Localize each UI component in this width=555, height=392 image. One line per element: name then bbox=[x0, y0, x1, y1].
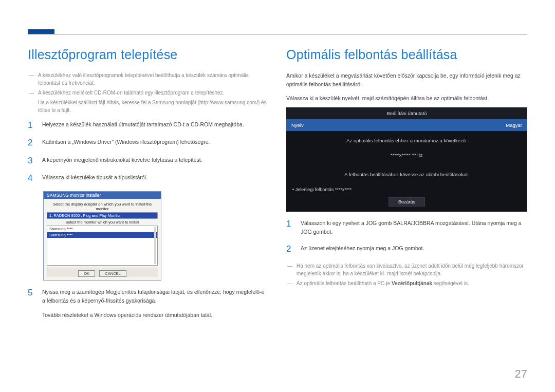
note-text: A készülékhez mellékelt CD-ROM-on találh… bbox=[38, 89, 269, 97]
note-dash: ― bbox=[28, 71, 35, 87]
step-row: 3 A képernyőn megjelenő instrukciókat kö… bbox=[28, 156, 269, 166]
installer-monitor-list[interactable]: Samsung **** Samsung **** bbox=[47, 226, 158, 266]
installer-adapter-select[interactable]: 1. RADEON 9550 : Plug and Play Monitor bbox=[47, 212, 158, 219]
step-number: 2 bbox=[286, 244, 293, 254]
step-number: 1 bbox=[286, 219, 293, 229]
note-line: ― A készülékhez mellékelt CD-ROM-on talá… bbox=[28, 89, 269, 97]
osd-current-resolution: • Jelenlegi felbontás ****x**** bbox=[286, 184, 527, 197]
left-heading: Illesztőprogram telepítése bbox=[28, 47, 269, 62]
osd-language-row[interactable]: Nyelv Magyar bbox=[286, 119, 527, 131]
step-row: 2 Az üzenet elrejtéséhez nyomja meg a JO… bbox=[286, 244, 527, 254]
installer-body: Select the display adapter on which you … bbox=[44, 199, 161, 280]
step-number: 1 bbox=[28, 120, 35, 130]
note-line: ― Ha a készülékkel szállított fájl hibás… bbox=[28, 99, 269, 114]
step-text: Válassza ki készüléke típusát a típuslis… bbox=[42, 173, 269, 182]
osd-language-value: Magyar bbox=[506, 122, 522, 128]
step-number: 4 bbox=[28, 173, 35, 183]
note-line: ― Ha nem az optimális felbontás van kivá… bbox=[286, 262, 527, 277]
note-line: ― A készülékhez való illesztőprogramok t… bbox=[28, 71, 269, 87]
step-row: 1 Helyezze a készülék használati útmutat… bbox=[28, 120, 269, 130]
right-heading: Optimális felbontás beállítása bbox=[286, 47, 527, 62]
installer-list-row[interactable]: Samsung **** bbox=[47, 226, 157, 232]
step-row: 1 Válasszon ki egy nyelvet a JOG gomb BA… bbox=[286, 219, 527, 237]
right-intro-1: Amikor a készüléket a megvásárlást követ… bbox=[286, 71, 527, 89]
ok-button[interactable]: OK bbox=[78, 270, 95, 277]
left-column: Illesztőprogram telepítése ― A készülékh… bbox=[28, 47, 269, 361]
osd-close-row: Bezárás bbox=[286, 197, 527, 212]
note-dash: ― bbox=[28, 99, 35, 114]
left-steps: 1 Helyezze a készülék használati útmutat… bbox=[28, 120, 269, 184]
page-number: 27 bbox=[515, 367, 527, 381]
osd-resolution-placeholder: ****x**** **Hz bbox=[292, 151, 521, 160]
note-dash: ― bbox=[286, 262, 293, 277]
osd-line2: A felbontás beállításához kövesse az alá… bbox=[292, 170, 521, 179]
note-text: Ha nem az optimális felbontás van kivála… bbox=[297, 262, 527, 277]
osd-body: Az optimális felbontás ehhez a monitorho… bbox=[286, 131, 527, 183]
step-text: Helyezze a készülék használati útmutatój… bbox=[42, 120, 269, 129]
osd-line1: Az optimális felbontás ehhez a monitorho… bbox=[292, 136, 521, 145]
note-dash: ― bbox=[28, 89, 35, 97]
note-text: Az optimális felbontás beállítható a PC-… bbox=[297, 279, 527, 287]
note-bold: Vezérlőpultjának bbox=[392, 281, 432, 286]
step-text: Válasszon ki egy nyelvet a JOG gomb BALR… bbox=[301, 219, 527, 237]
osd-panel: Beállítási útmutató Nyelv Magyar Az opti… bbox=[286, 107, 527, 211]
step-text: Kattintson a „Windows Driver" (Windows i… bbox=[42, 138, 269, 147]
scrollbar[interactable] bbox=[154, 227, 156, 264]
note-text: A készülékhez való illesztőprogramok tel… bbox=[38, 71, 269, 87]
step-text: Nyissa meg a számítógép Megjelenítés tul… bbox=[42, 288, 269, 321]
right-steps: 1 Válasszon ki egy nyelvet a JOG gomb BA… bbox=[286, 219, 527, 255]
installer-prompt: Select the display adapter on which you … bbox=[47, 202, 158, 211]
installer-window: SAMSUNG monitor installer Select the dis… bbox=[43, 191, 161, 281]
step-text: Az üzenet elrejtéséhez nyomja meg a JOG … bbox=[301, 244, 527, 253]
osd-title: Beállítási útmutató bbox=[286, 107, 527, 119]
cancel-button[interactable]: CANCEL bbox=[99, 270, 126, 277]
step-row: 5 Nyissa meg a számítógép Megjelenítés t… bbox=[28, 288, 269, 321]
step-number: 5 bbox=[28, 288, 35, 298]
note-text: Ha a készülékkel szállított fájl hibás, … bbox=[38, 99, 269, 114]
note-post: segítségével is. bbox=[432, 281, 469, 286]
step5-main: Nyissa meg a számítógép Megjelenítés tul… bbox=[42, 289, 265, 304]
osd-close-button[interactable]: Bezárás bbox=[388, 197, 425, 207]
step5-extra: További részleteket a Windows operációs … bbox=[42, 311, 269, 320]
installer-titlebar: SAMSUNG monitor installer bbox=[44, 192, 161, 199]
content-columns: Illesztőprogram telepítése ― A készülékh… bbox=[28, 47, 527, 361]
osd-language-label: Nyelv bbox=[291, 122, 304, 128]
installer-adapter-option[interactable]: 1. RADEON 9550 : Plug and Play Monitor bbox=[47, 213, 157, 218]
note-dash: ― bbox=[286, 279, 293, 287]
installer-buttons: OK CANCEL bbox=[47, 268, 158, 277]
step-row: 2 Kattintson a „Windows Driver" (Windows… bbox=[28, 138, 269, 148]
installer-list-row[interactable]: Samsung **** bbox=[47, 232, 157, 238]
right-intro-2: Válassza ki a készülék nyelvét, majd szá… bbox=[286, 94, 527, 103]
step-text: A képernyőn megjelenő instrukciókat köve… bbox=[42, 156, 269, 165]
header-rule bbox=[28, 34, 527, 34]
right-column: Optimális felbontás beállítása Amikor a … bbox=[286, 47, 527, 361]
step-row: 4 Válassza ki készüléke típusát a típusl… bbox=[28, 173, 269, 183]
step-number: 3 bbox=[28, 156, 35, 166]
note-pre: Az optimális felbontás beállítható a PC-… bbox=[297, 281, 392, 286]
installer-prompt: Select the monitor which you want to ins… bbox=[47, 220, 158, 225]
step-number: 2 bbox=[28, 138, 35, 148]
note-line: ― Az optimális felbontás beállítható a P… bbox=[286, 279, 527, 287]
